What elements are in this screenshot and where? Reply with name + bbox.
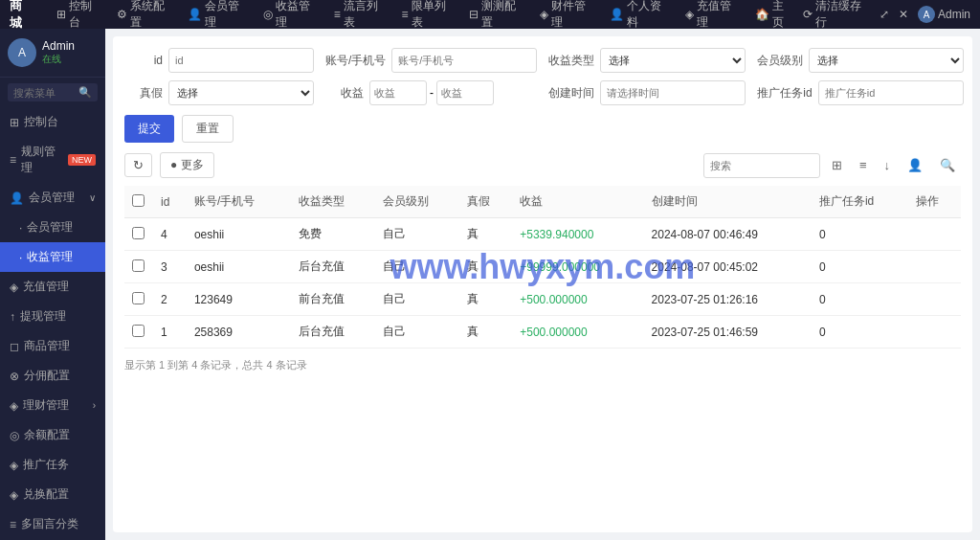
member-icon: 👤: [188, 8, 202, 21]
col-promo-id: 推广任务id: [812, 186, 908, 218]
exchange-icon: ◈: [10, 488, 18, 502]
recharge-icon: ◈: [685, 8, 694, 21]
sidebar-item-finance[interactable]: ◈ 理财管理 ›: [0, 391, 105, 420]
commission-icon: ⊗: [10, 370, 19, 383]
table-row: 1 258369 后台充值 自己 真 +500.000000 2023-07-2…: [124, 316, 961, 349]
clear-cache-icon: ⟳: [803, 8, 813, 21]
cell-income-type: 前台充值: [291, 283, 375, 316]
sidebar-item-dashboard[interactable]: ⊞ 控制台: [0, 107, 105, 137]
sidebar-search[interactable]: 🔍: [8, 83, 98, 101]
col-phone: 账号/手机号: [187, 186, 291, 218]
more-button[interactable]: ● 更多: [160, 152, 214, 178]
export-button[interactable]: ↓: [879, 154, 897, 176]
cell-income-type: 免费: [291, 218, 375, 251]
phone-input[interactable]: [391, 48, 537, 73]
row-checkbox[interactable]: [132, 292, 145, 304]
cell-income: +500.000000: [512, 283, 643, 316]
nav-member[interactable]: 👤 会员管理: [188, 0, 250, 31]
income-to-input[interactable]: [436, 80, 494, 105]
table-header: id 账号/手机号 收益类型 会员级别 真假 收益 创建时间 推广任务id 操作: [124, 186, 961, 218]
sidebar-item-products[interactable]: ◻ 商品管理: [0, 331, 105, 361]
admin-avatar-icon: A: [918, 6, 935, 23]
nav-finance[interactable]: ◈ 财件管理: [540, 0, 596, 31]
row-checkbox[interactable]: [132, 227, 145, 239]
grid-view-button[interactable]: ⊞: [826, 154, 848, 176]
nav-home[interactable]: 🏠 主页: [755, 0, 793, 31]
reset-button[interactable]: 重置: [182, 115, 234, 143]
nav-sysconfig[interactable]: ⚙ 系统配置: [117, 0, 175, 31]
user-info: Admin 在线: [42, 39, 98, 66]
nav-recharge[interactable]: ◈ 充值管理: [685, 0, 742, 31]
cell-phone: oeshii: [187, 218, 291, 251]
income-range: -: [369, 80, 537, 105]
sidebar-item-withdraw[interactable]: ↑ 提现管理: [0, 302, 105, 331]
select-all-checkbox[interactable]: [132, 194, 145, 207]
list-view-button[interactable]: ≡: [854, 154, 873, 176]
cell-created-time: 2024-08-07 00:46:49: [644, 218, 812, 251]
chevron-right-icon: ›: [93, 400, 96, 411]
cell-phone: 258369: [187, 316, 291, 349]
nav-profile[interactable]: 👤 个人资料: [610, 0, 672, 31]
sidebar-search-input[interactable]: [13, 87, 78, 99]
real-select[interactable]: 选择: [168, 80, 314, 105]
filter-row-real: 真假 选择: [124, 80, 314, 105]
sidebar-item-balance[interactable]: ◎ 余额配置: [0, 420, 105, 450]
filter-row-phone: 账号/手机号: [325, 48, 537, 73]
select-all-col: [124, 186, 153, 218]
nav-dashboard[interactable]: ⊞ 控制台: [56, 0, 102, 31]
nav-flowlist[interactable]: ≡ 流言列表: [334, 0, 389, 31]
sidebar-item-rules[interactable]: ≡ 规则管理 NEW: [0, 137, 105, 183]
nav-admin-avatar[interactable]: A Admin: [918, 6, 970, 23]
cell-phone: oeshii: [187, 251, 291, 283]
user-status: 在线: [42, 53, 98, 66]
phone-label: 账号/手机号: [325, 53, 386, 69]
rules-icon: ≡: [10, 153, 16, 167]
nav-limitlist[interactable]: ≡ 限单列表: [402, 0, 457, 31]
cell-promo-id: 0: [812, 316, 908, 349]
nav-close[interactable]: ✕: [899, 8, 908, 21]
row-checkbox-cell: [124, 251, 153, 283]
dashboard-icon: ⊞: [56, 8, 66, 21]
nav-clear-cache[interactable]: ⟳ 清洁缓存行: [803, 0, 870, 31]
income-range-label: 收益: [325, 85, 364, 101]
id-input[interactable]: [168, 48, 314, 73]
refresh-button[interactable]: ↻: [124, 153, 152, 177]
row-checkbox[interactable]: [132, 259, 145, 272]
real-label: 真假: [124, 85, 163, 101]
table-toolbar: ↻ ● 更多 ⊞ ≡ ↓ 👤 🔍: [124, 152, 961, 178]
sidebar-item-promo[interactable]: ◈ 推广任务: [0, 450, 105, 480]
submit-button[interactable]: 提交: [124, 115, 174, 143]
created-time-input[interactable]: [600, 80, 746, 105]
sidebar-item-lang-category[interactable]: ≡ 多国言分类: [0, 509, 105, 539]
promo-task-input[interactable]: [818, 80, 964, 105]
sidebar-item-recharge[interactable]: ◈ 充值管理: [0, 272, 105, 302]
top-nav-right: 🏠 主页 ⟳ 清洁缓存行 ⤢ ✕ A Admin: [755, 0, 970, 31]
main-layout: A Admin 在线 🔍 ⊞ 控制台 ≡ 规则管理 NEW 👤 会员管理 ∨ ·…: [0, 29, 980, 540]
sidebar-item-exchange[interactable]: ◈ 兑换配置: [0, 480, 105, 509]
profile-icon: 👤: [610, 8, 624, 21]
row-checkbox[interactable]: [132, 325, 145, 337]
table-row: 4 oeshii 免费 自己 真 +5339.940000 2024-08-07…: [124, 218, 961, 251]
filter-row-id: id: [124, 48, 314, 73]
table-body: 4 oeshii 免费 自己 真 +5339.940000 2024-08-07…: [124, 218, 961, 349]
sidebar-item-income-manage[interactable]: · 收益管理: [0, 242, 105, 272]
products-icon: ◻: [10, 340, 19, 353]
user-column-button[interactable]: 👤: [902, 154, 928, 176]
nav-income[interactable]: ◎ 收益管理: [263, 0, 321, 31]
cell-action: [908, 316, 961, 349]
lang-category-icon: ≡: [10, 518, 16, 531]
member-level-select[interactable]: 选择: [809, 48, 963, 73]
table-search-input[interactable]: [704, 160, 819, 171]
id-label: id: [124, 54, 163, 67]
recharge-icon: ◈: [10, 281, 18, 294]
sidebar-item-member-manage[interactable]: · 会员管理: [0, 213, 105, 242]
income-from-input[interactable]: [369, 80, 427, 105]
sidebar-item-member-group[interactable]: 👤 会员管理 ∨: [0, 183, 105, 213]
cell-income-type: 后台充值: [291, 251, 375, 283]
sidebar-item-commission[interactable]: ⊗ 分佣配置: [0, 361, 105, 391]
income-type-select[interactable]: 选择: [600, 48, 746, 73]
filter-button[interactable]: 🔍: [934, 154, 961, 176]
nav-icons[interactable]: ⤢: [880, 8, 889, 21]
nav-testconfig[interactable]: ⊟ 测测配置: [469, 0, 526, 31]
cell-id: 3: [153, 251, 187, 283]
